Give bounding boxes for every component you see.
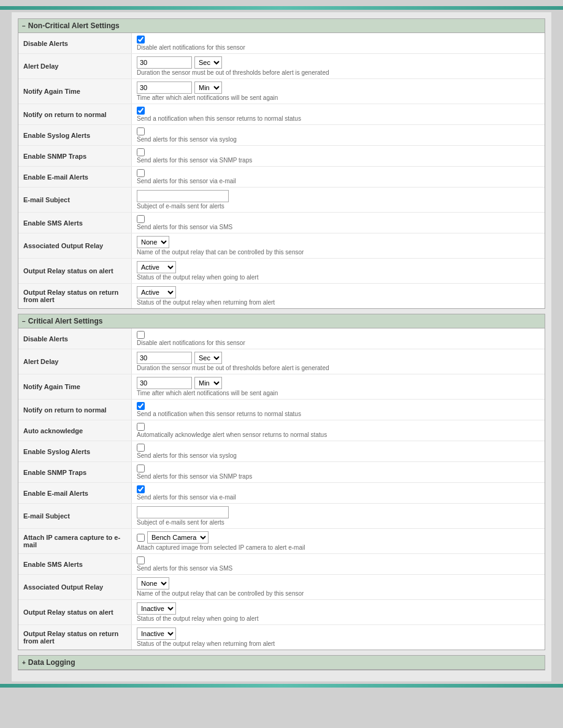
row-content: Send alerts for this sensor via syslog: [132, 441, 545, 461]
row-content: Disable alert notifications for this sen…: [132, 33, 545, 53]
critical-body: Disable AlertsDisable alert notification…: [18, 328, 545, 650]
checkbox-input[interactable]: [137, 556, 145, 564]
data-logging-collapse-icon[interactable]: +: [22, 659, 26, 666]
table-row: Auto acknowledgeAutomatically acknowledg…: [18, 420, 545, 441]
table-row: Enable Syslog AlertsSend alerts for this…: [18, 441, 545, 462]
row-content: Send alerts for this sensor via SMS: [132, 213, 545, 233]
table-row: Enable SNMP TrapsSend alerts for this se…: [18, 146, 545, 167]
page-wrapper: − Non-Critical Alert Settings Disable Al…: [0, 0, 563, 728]
non-critical-body: Disable AlertsDisable alert notification…: [18, 33, 545, 308]
row-hint: Name of the output relay that can be con…: [137, 249, 540, 256]
checkbox-input[interactable]: [137, 107, 145, 115]
checkbox-input[interactable]: [137, 464, 145, 472]
row-label: Notify Again Time: [18, 79, 132, 104]
row-hint: Name of the output relay that can be con…: [137, 590, 540, 597]
row-content: Send alerts for this sensor via SMS: [132, 554, 545, 574]
row-content: Bench CameraAttach captured image from s…: [132, 529, 545, 553]
unit-select[interactable]: SecMinHr: [194, 56, 222, 69]
checkbox-input[interactable]: [137, 127, 145, 135]
camera-select[interactable]: Bench Camera: [147, 531, 209, 544]
table-row: E-mail SubjectSubject of e-mails sent fo…: [18, 188, 545, 213]
row-content: Send alerts for this sensor via e-mail: [132, 167, 545, 187]
row-hint: Automatically acknowledge alert when sen…: [137, 431, 540, 438]
row-hint: Disable alert notifications for this sen…: [137, 44, 540, 51]
number-input[interactable]: [137, 82, 192, 94]
text-input[interactable]: [137, 506, 229, 518]
checkbox-input[interactable]: [137, 444, 145, 452]
row-label: Notify on return to normal: [18, 400, 132, 420]
row-hint: Time after which alert notifications wil…: [137, 94, 540, 101]
row-label: Notify Again Time: [18, 374, 132, 399]
row-hint: Send alerts for this sensor via e-mail: [137, 494, 540, 501]
row-content: ActiveInactiveStatus of the output relay…: [132, 600, 545, 624]
row-content: Send alerts for this sensor via e-mail: [132, 483, 545, 503]
row-hint: Status of the output relay when going to…: [137, 615, 540, 622]
row-label: Notify on return to normal: [18, 104, 132, 124]
row-content: SecMinHrDuration the sensor must be out …: [132, 349, 545, 374]
number-input[interactable]: [137, 56, 192, 69]
value-select[interactable]: ActiveInactive: [137, 602, 176, 615]
table-row: Enable Syslog AlertsSend alerts for this…: [18, 125, 545, 146]
row-content: ActiveInactiveStatus of the output relay…: [132, 284, 545, 308]
table-row: Notify on return to normalSend a notific…: [18, 104, 545, 125]
unit-select[interactable]: SecMinHr: [194, 352, 222, 364]
row-label: Alert Delay: [18, 349, 132, 374]
row-label: Auto acknowledge: [18, 420, 132, 441]
row-content: Send alerts for this sensor via SNMP tra…: [132, 146, 545, 166]
critical-header: − Critical Alert Settings: [18, 314, 545, 328]
checkbox-input[interactable]: [137, 485, 145, 493]
table-row: Associated Output RelayNoneName of the o…: [18, 233, 545, 259]
row-content: SecMinHrTime after which alert notificat…: [132, 374, 545, 399]
row-hint: Send alerts for this sensor via SMS: [137, 565, 540, 572]
unit-select[interactable]: SecMinHr: [194, 82, 222, 94]
checkbox-input[interactable]: [137, 148, 145, 156]
checkbox-input[interactable]: [137, 215, 145, 223]
attach-checkbox[interactable]: [137, 534, 145, 542]
row-label: Attach IP camera capture to e-mail: [18, 529, 132, 553]
row-content: SecMinHrDuration the sensor must be out …: [132, 54, 545, 78]
text-input[interactable]: [137, 190, 229, 202]
row-content: Automatically acknowledge alert when sen…: [132, 420, 545, 441]
value-select[interactable]: None: [137, 577, 169, 590]
checkbox-input[interactable]: [137, 402, 145, 410]
checkbox-input[interactable]: [137, 423, 145, 431]
row-label: Enable Syslog Alerts: [18, 125, 132, 145]
non-critical-header: − Non-Critical Alert Settings: [18, 19, 545, 33]
row-hint: Duration the sensor must be out of thres…: [137, 365, 540, 371]
row-label: Output Relay status on return from alert: [18, 284, 132, 308]
row-content: Subject of e-mails sent for alerts: [132, 504, 545, 528]
row-label: Disable Alerts: [18, 33, 132, 53]
number-input[interactable]: [137, 377, 192, 389]
unit-select[interactable]: SecMinHr: [194, 377, 222, 389]
table-row: Notify Again TimeSecMinHrTime after whic…: [18, 374, 545, 400]
value-select[interactable]: ActiveInactive: [137, 261, 176, 273]
table-row: Enable E-mail AlertsSend alerts for this…: [18, 483, 545, 504]
table-row: Disable AlertsDisable alert notification…: [18, 33, 545, 54]
data-logging-title: Data Logging: [28, 658, 75, 667]
bottom-bar: [0, 684, 563, 688]
row-content: ActiveInactiveStatus of the output relay…: [132, 625, 545, 650]
row-hint: Status of the output relay when returnin…: [137, 299, 540, 306]
value-select[interactable]: ActiveInactive: [137, 628, 176, 640]
checkbox-input[interactable]: [137, 36, 145, 44]
critical-collapse-icon[interactable]: −: [22, 318, 26, 325]
row-label: Output Relay status on return from alert: [18, 625, 132, 650]
row-hint: Send a notification when this sensor ret…: [137, 115, 540, 122]
checkbox-input[interactable]: [137, 169, 145, 177]
row-hint: Disable alert notifications for this sen…: [137, 339, 540, 346]
row-hint: Send alerts for this sensor via SNMP tra…: [137, 157, 540, 164]
non-critical-collapse-icon[interactable]: −: [22, 23, 26, 29]
row-hint: Status of the output relay when going to…: [137, 274, 540, 281]
table-row: Associated Output RelayNoneName of the o…: [18, 575, 545, 600]
value-select[interactable]: None: [137, 236, 169, 248]
checkbox-input[interactable]: [137, 331, 145, 339]
row-content: Send alerts for this sensor via syslog: [132, 125, 545, 145]
number-input[interactable]: [137, 352, 192, 364]
row-label: Enable Syslog Alerts: [18, 441, 132, 461]
row-content: Send a notification when this sensor ret…: [132, 400, 545, 420]
row-hint: Attach captured image from selected IP c…: [137, 544, 540, 551]
row-label: Enable SMS Alerts: [18, 213, 132, 233]
value-select[interactable]: ActiveInactive: [137, 286, 176, 298]
row-hint: Send alerts for this sensor via syslog: [137, 452, 540, 459]
row-label: Enable SNMP Traps: [18, 146, 132, 166]
